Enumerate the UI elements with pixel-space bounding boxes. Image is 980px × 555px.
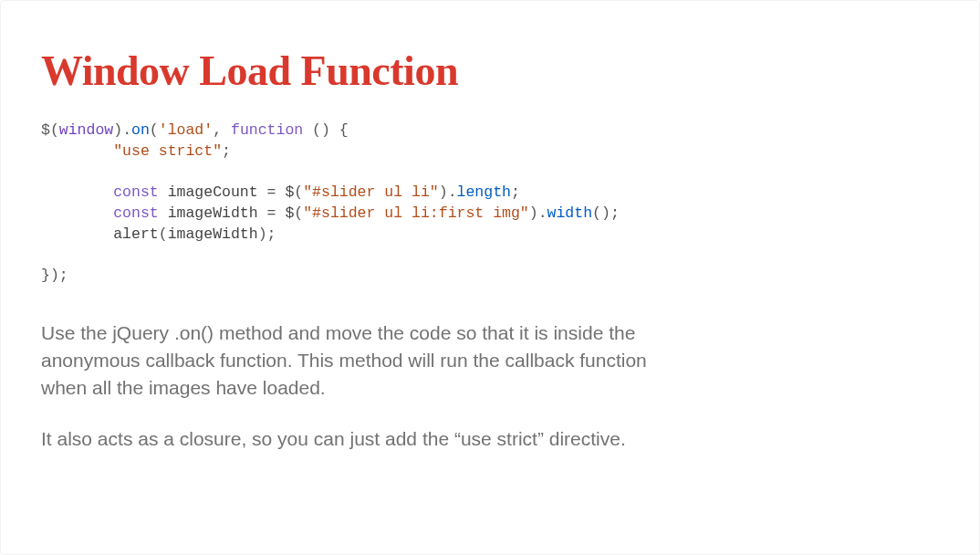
code-blank: [41, 163, 50, 181]
code-token: 'load': [159, 121, 213, 139]
code-line-2: "use strict";: [41, 142, 231, 160]
code-indent: [41, 204, 113, 222]
code-token: (: [294, 204, 303, 222]
code-indent: [41, 142, 113, 160]
code-line-6: });: [41, 267, 68, 284]
code-token: length: [457, 183, 511, 201]
code-token: =: [258, 204, 286, 222]
code-token: (: [150, 121, 159, 139]
code-line-3: const imageCount = $("#slider ul li").le…: [41, 183, 520, 201]
code-token: $: [285, 183, 294, 201]
code-line-1: $(window).on('load', function () {: [41, 121, 349, 139]
code-token: const: [113, 204, 159, 222]
code-token: (: [159, 225, 168, 243]
code-block: $(window).on('load', function () { "use …: [41, 120, 939, 287]
code-token: ,: [213, 121, 231, 139]
code-token: "#slider ul li:first img": [303, 204, 529, 222]
code-token: ).: [439, 183, 457, 201]
code-token: });: [41, 267, 68, 284]
code-token: imageWidth: [168, 225, 258, 243]
code-token: [159, 204, 168, 222]
code-indent: [41, 225, 113, 243]
code-token: "use strict": [113, 142, 222, 160]
code-line-4: const imageWidth = $("#slider ul li:firs…: [41, 204, 620, 222]
code-token: on: [131, 121, 150, 139]
code-token: $: [285, 204, 294, 222]
code-token: ();: [592, 204, 620, 222]
code-blank: [41, 246, 50, 264]
code-token: imageCount: [168, 183, 258, 201]
code-token: ;: [511, 183, 520, 201]
code-token: imageWidth: [168, 204, 258, 222]
code-token: [159, 183, 168, 201]
code-token: window: [59, 121, 113, 139]
code-token: (: [294, 183, 303, 201]
code-token: () {: [303, 121, 349, 139]
code-token: ).: [113, 121, 131, 139]
page-title: Window Load Function: [41, 47, 939, 95]
code-line-5: alert(imageWidth);: [41, 225, 276, 243]
code-token: function: [231, 121, 303, 139]
code-indent: [41, 183, 113, 201]
code-token: ).: [529, 204, 547, 222]
code-token: const: [113, 183, 159, 201]
code-token: =: [258, 183, 286, 201]
code-token: );: [258, 225, 276, 243]
code-token: "#slider ul li": [303, 183, 439, 201]
code-token: ;: [222, 142, 231, 160]
code-token: width: [547, 204, 593, 222]
body-paragraph-2: It also acts as a closure, so you can ju…: [41, 425, 680, 453]
body-paragraph-1: Use the jQuery .on() method and move the…: [41, 319, 680, 401]
code-token: $(: [41, 121, 59, 139]
code-token: alert: [113, 225, 159, 243]
